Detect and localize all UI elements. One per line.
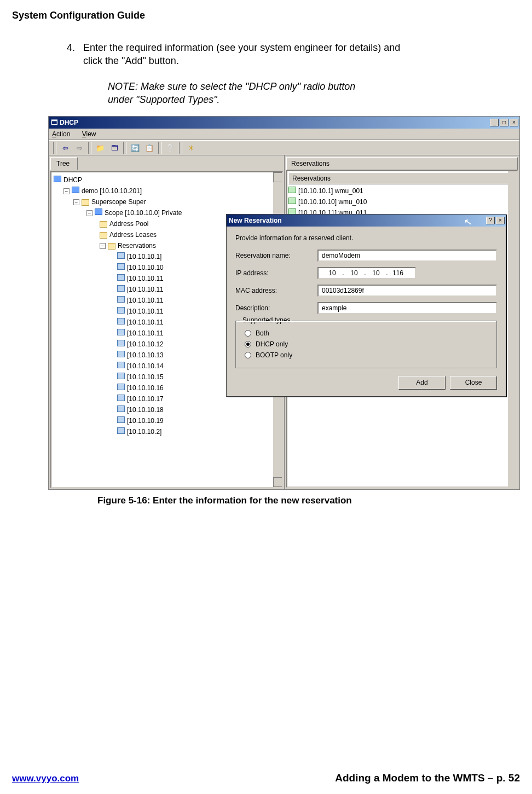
tree-item[interactable]: [10.10.10.16 <box>127 384 164 392</box>
tree-item[interactable]: [10.10.10.2] <box>127 428 161 436</box>
tree-item[interactable]: [10.10.10.18 <box>127 406 164 414</box>
ip-octet-1[interactable]: 10 <box>323 269 342 277</box>
tree-item[interactable]: [10.10.10.12 <box>127 340 164 348</box>
help-icon[interactable]: ❔ <box>164 142 177 154</box>
ip-octet-2[interactable]: 10 <box>345 269 363 277</box>
minimize-button[interactable]: _ <box>490 119 499 126</box>
tree-item[interactable]: [10.10.10.10 <box>127 264 164 271</box>
collapse-icon[interactable]: − <box>73 199 79 205</box>
supported-types-group: Supported types Both DHCP only BOOTP onl… <box>235 321 497 368</box>
tree-item[interactable]: [10.10.10.11 <box>127 329 164 337</box>
dialog-intro: Provide information for a reserved clien… <box>235 234 497 242</box>
reservation-icon <box>117 340 125 346</box>
reservation-icon <box>117 405 125 412</box>
radio-bootp-only-label: BOOTP only <box>256 351 292 359</box>
reservation-item-icon <box>288 198 296 204</box>
description-input[interactable]: example <box>317 302 497 314</box>
new-item-icon[interactable]: ✳ <box>184 142 198 154</box>
tree-item[interactable]: [10.10.10.17 <box>127 395 164 403</box>
tree-root: DHCP <box>63 176 82 184</box>
tree-item[interactable]: [10.10.10.11 <box>127 286 164 293</box>
reservation-item-icon <box>288 187 296 193</box>
tree-item[interactable]: [10.10.10.13 <box>127 351 164 359</box>
tree-item[interactable]: [10.10.10.1] <box>127 253 161 260</box>
ip-octet-3[interactable]: 10 <box>367 269 385 277</box>
dialog-close-button[interactable]: × <box>496 217 505 224</box>
nav-forward-icon[interactable]: ⇨ <box>73 142 86 154</box>
reservation-name-input[interactable]: demoModem <box>317 250 497 262</box>
radio-both-label: Both <box>256 329 269 337</box>
dialog-titlebar: New Reservation ? × ↖ <box>227 215 506 227</box>
radio-bootp-only[interactable] <box>245 352 251 358</box>
tree-address-leases[interactable]: Address Leases <box>109 231 157 239</box>
pool-icon <box>100 221 107 228</box>
list-item[interactable]: [10.10.10.1] wmu_001 <box>298 187 363 195</box>
reservation-icon <box>117 296 125 303</box>
label-description: Description: <box>235 304 317 312</box>
maximize-button[interactable]: □ <box>500 119 508 126</box>
tree-item[interactable]: [10.10.10.11 <box>127 318 164 326</box>
reservations-folder-icon <box>108 243 115 250</box>
page-footer: www.vyyo.com Adding a Modem to the WMTS … <box>12 772 520 784</box>
tree-item[interactable]: [10.10.10.14 <box>127 362 164 370</box>
tree-server[interactable]: demo [10.10.10.201] <box>82 187 142 195</box>
step-line: 4.Enter the required information (see yo… <box>67 41 520 68</box>
collapse-icon[interactable]: − <box>100 243 106 249</box>
refresh-icon[interactable]: 🔄 <box>129 142 142 154</box>
mac-address-input[interactable]: 00103d12869f <box>317 285 497 297</box>
mmc-titlebar: 🗔DHCP _ □ × <box>49 117 519 129</box>
list-inner-header: Reservations <box>288 172 516 184</box>
radio-both[interactable] <box>245 330 251 337</box>
reservation-icon <box>117 416 125 423</box>
close-button[interactable]: × <box>510 119 518 126</box>
reservation-icon <box>117 373 125 379</box>
tree-item[interactable]: [10.10.10.11 <box>127 308 164 315</box>
dialog-title: New Reservation <box>229 217 282 224</box>
export-list-icon[interactable]: 📋 <box>143 142 156 154</box>
reservation-icon <box>117 351 125 357</box>
dialog-help-button[interactable]: ? <box>486 217 495 224</box>
label-mac-address: MAC address: <box>235 287 317 294</box>
ip-address-input[interactable]: 10. 10. 10. 116 <box>317 267 416 279</box>
tree-item[interactable]: [10.10.10.19 <box>127 417 164 425</box>
reservation-icon <box>117 427 125 434</box>
show-hide-tree-icon[interactable]: 🗔 <box>108 142 121 154</box>
menu-action[interactable]: Action <box>52 130 70 138</box>
right-column-header[interactable]: Reservations <box>286 157 518 170</box>
list-scrollbar[interactable] <box>508 171 517 486</box>
server-icon <box>72 187 79 193</box>
tree-superscope[interactable]: Superscope Super <box>91 198 146 206</box>
list-item[interactable]: [10.10.10.10] wmu_010 <box>298 198 367 206</box>
up-folder-icon[interactable]: 📁 <box>94 142 107 154</box>
ip-octet-4[interactable]: 116 <box>389 269 407 277</box>
mmc-menubar: Action View <box>49 129 519 140</box>
close-dialog-button[interactable]: Close <box>450 376 497 390</box>
new-reservation-dialog: New Reservation ? × ↖ Provide informatio… <box>226 214 506 397</box>
menu-view[interactable]: View <box>82 130 96 138</box>
reservation-icon <box>117 252 125 259</box>
dhcp-app-icon: 🗔 <box>51 119 57 126</box>
step-text-2: click the "Add" button. <box>83 54 520 67</box>
radio-dhcp-only[interactable] <box>245 341 251 347</box>
tree-item[interactable]: [10.10.10.11 <box>127 275 164 282</box>
footer-url[interactable]: www.vyyo.com <box>12 773 79 784</box>
figure-caption: Figure 5-16: Enter the information for t… <box>97 495 520 506</box>
mmc-toolbar: ⇦ ⇨ 📁 🗔 🔄 📋 ❔ ✳ <box>49 140 519 155</box>
add-button[interactable]: Add <box>398 376 446 390</box>
nav-back-icon[interactable]: ⇦ <box>59 142 72 154</box>
collapse-icon[interactable]: − <box>86 210 92 216</box>
superscope-icon <box>82 199 89 206</box>
tree-reservations[interactable]: Reservations <box>118 242 156 250</box>
tree-item[interactable]: [10.10.10.11 <box>127 297 164 304</box>
mmc-window: 🗔DHCP _ □ × Action View ⇦ ⇨ 📁 🗔 🔄 <box>48 116 520 490</box>
note-block: NOTE: Make sure to select the "DHCP only… <box>108 80 414 107</box>
tree-scope[interactable]: Scope [10.10.10.0] Private <box>105 209 182 217</box>
note-line-2: under "Supported Types". <box>108 93 414 106</box>
collapse-icon[interactable]: − <box>63 188 70 194</box>
tree-item[interactable]: [10.10.10.15 <box>127 373 164 381</box>
tree-tab[interactable]: Tree <box>50 157 78 170</box>
reservation-icon <box>117 318 125 324</box>
footer-section: Adding a Modem to the WMTS – p. 52 <box>335 772 520 784</box>
scope-icon <box>95 208 102 215</box>
tree-address-pool[interactable]: Address Pool <box>109 220 148 228</box>
